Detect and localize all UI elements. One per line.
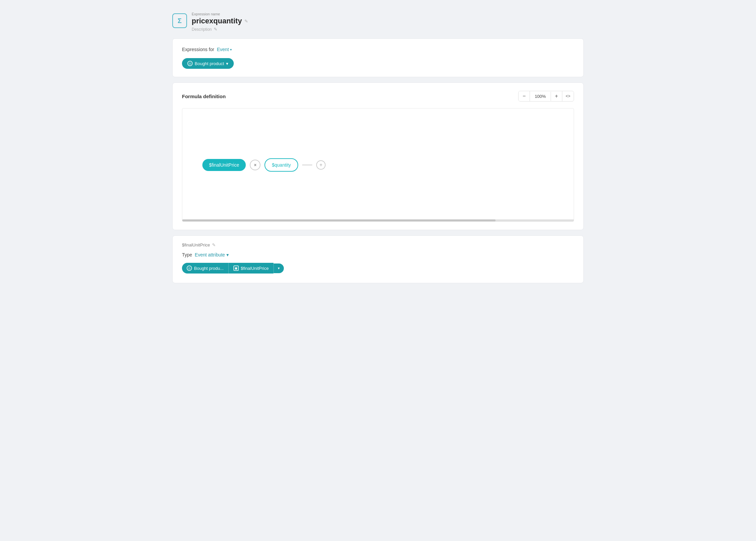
bought-product-chevron: ▾ (226, 61, 228, 66)
expression-title-row: pricexquantity ✎ (192, 17, 248, 25)
header-section: Σ Expression name pricexquantity ✎ Descr… (172, 7, 584, 38)
event-attribute-dropdown[interactable]: Event attribute ▾ (195, 252, 228, 257)
formula-title: Formula definition (182, 94, 226, 99)
expression-name-label: Expression name (192, 12, 248, 16)
title-edit-icon[interactable]: ✎ (244, 19, 248, 24)
node-final-unit-price[interactable]: $finalUnitPrice (202, 159, 246, 171)
description-edit-icon[interactable]: ✎ (214, 27, 217, 32)
formula-definition-card: Formula definition − 100% + <> $finalUni… (172, 82, 584, 230)
variable-dropdown-button[interactable]: ▾ (273, 263, 284, 273)
bought-produ-icon: ◎ (187, 265, 192, 271)
bought-product-icon: ◎ (187, 61, 193, 66)
attr-icon: ▦ (233, 265, 239, 271)
zoom-plus-button[interactable]: + (551, 91, 562, 101)
zoom-level-display: 100% (530, 92, 551, 101)
chevron-down-icon: ▾ (230, 48, 232, 51)
expressions-for-card: Expressions for Event ▾ ◎ Bought product… (172, 38, 584, 77)
code-toggle-button[interactable]: <> (562, 92, 574, 101)
final-unit-price-button[interactable]: ▦ $finalUnitPrice (228, 263, 273, 274)
canvas-scrollbar[interactable] (182, 219, 574, 221)
zoom-controls: − 100% + <> (518, 91, 574, 102)
type-row: Type Event attribute ▾ (182, 252, 574, 257)
variable-dropdown-chevron: ▾ (278, 266, 280, 270)
bought-product-button[interactable]: ◎ Bought product ▾ (182, 58, 234, 69)
canvas-scrollbar-thumb (182, 219, 496, 221)
type-label: Type (182, 252, 192, 257)
variable-detail-card: $finalUnitPrice ✎ Type Event attribute ▾… (172, 235, 584, 283)
event-label: Event (217, 47, 229, 52)
bought-produ-button[interactable]: ◎ Bought produ... (182, 263, 228, 274)
variable-name-edit-icon[interactable]: ✎ (212, 242, 216, 247)
expression-title: pricexquantity (192, 17, 242, 25)
event-attr-label: Event attribute (195, 252, 225, 257)
formula-nodes: $finalUnitPrice × $quantity + (202, 158, 326, 172)
description-row: Description ✎ (192, 27, 248, 32)
sigma-icon: Σ (172, 13, 187, 28)
final-unit-price-label: $finalUnitPrice (241, 266, 269, 271)
bought-product-label: Bought product (195, 61, 224, 66)
zoom-minus-button[interactable]: − (519, 91, 530, 101)
event-dropdown[interactable]: Event ▾ (217, 47, 232, 52)
description-label: Description (192, 27, 212, 32)
node-multiply-operator: × (250, 160, 260, 170)
node-quantity[interactable]: $quantity (264, 158, 298, 172)
formula-canvas: $finalUnitPrice × $quantity + (182, 108, 574, 222)
connector-line (302, 165, 312, 165)
bottom-button-group: ◎ Bought produ... ▦ $finalUnitPrice ▾ (182, 263, 574, 274)
bought-produ-label: Bought produ... (194, 266, 224, 271)
expressions-for-row: Expressions for Event ▾ (182, 47, 574, 52)
node-add-button[interactable]: + (316, 160, 326, 170)
variable-name-label: $finalUnitPrice (182, 242, 210, 247)
expressions-for-label: Expressions for (182, 47, 214, 52)
variable-name-row: $finalUnitPrice ✎ (182, 242, 574, 247)
formula-header: Formula definition − 100% + <> (182, 91, 574, 102)
event-attr-chevron: ▾ (226, 252, 229, 257)
header-text: Expression name pricexquantity ✎ Descrip… (192, 12, 248, 32)
